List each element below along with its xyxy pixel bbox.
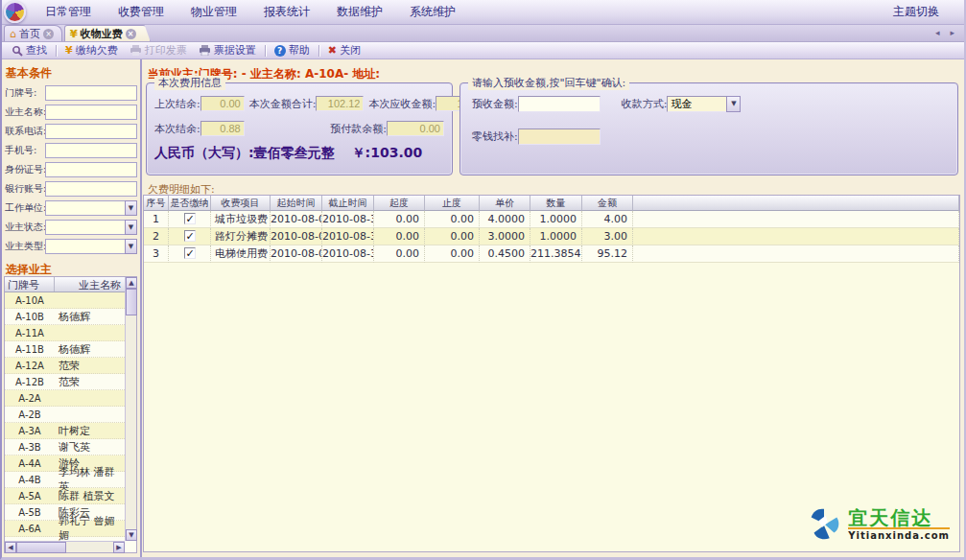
fee-info-title: 本次费用信息 [154, 76, 225, 90]
col-to[interactable]: 止度 [425, 196, 480, 211]
theme-switch-button[interactable]: 主题切换 [880, 0, 953, 24]
owner-row[interactable]: A-5A陈群 植景文 [5, 488, 125, 504]
paid-checkbox[interactable] [184, 247, 196, 259]
scroll-up-icon[interactable] [126, 277, 137, 289]
bank-account-label: 银行账号: [5, 182, 45, 196]
scroll-left-icon[interactable] [5, 542, 16, 553]
tab-home[interactable]: 首页 [4, 25, 62, 41]
app-logo-icon [4, 1, 26, 23]
owner-row[interactable]: A-12A范荣 [5, 358, 125, 374]
prev-balance-value [200, 96, 245, 111]
owner-row[interactable]: A-11B杨德辉 [5, 341, 125, 358]
chevron-down-icon[interactable] [125, 239, 137, 254]
scrollbar-track[interactable] [66, 542, 113, 552]
total-amount-value [316, 96, 364, 111]
pay-arrears-button[interactable]: 缴纳欠费 [59, 42, 124, 58]
basic-conditions-title: 基本条件 [6, 65, 137, 82]
id-card-input[interactable] [45, 162, 137, 177]
yen-icon [65, 44, 73, 57]
col-filler [633, 196, 959, 211]
horizontal-scroll-thumb[interactable] [16, 542, 66, 553]
detail-row[interactable]: 3 电梯使用费 2010-08-01 2010-08-31 0.00 0.00 … [144, 245, 959, 263]
column-header-door[interactable]: 门牌号 [5, 277, 55, 292]
column-header-name[interactable]: 业主名称 [55, 277, 125, 292]
change-input[interactable] [518, 128, 601, 145]
paid-checkbox[interactable] [184, 230, 196, 242]
chevron-down-icon[interactable] [125, 220, 137, 235]
door-number-input[interactable] [45, 85, 137, 101]
owner-row[interactable]: A-3A叶树定 [5, 423, 125, 439]
field-owner-type: 业主类型: [5, 239, 137, 254]
yen-icon [70, 28, 78, 40]
main-area: 当前业主:门牌号: - 业主名称: A-10A- 地址: 本次费用信息 上次结余… [142, 59, 964, 557]
owner-status-select[interactable] [45, 220, 125, 235]
owner-row[interactable]: A-12B范荣 [5, 374, 125, 390]
tab-billing-close-icon[interactable] [126, 29, 136, 39]
total-amount-label: 本次金额合计: [249, 97, 317, 111]
pinwheel-logo-icon [806, 506, 842, 543]
tab-scroll-right-icon[interactable] [950, 28, 958, 37]
close-icon [328, 44, 337, 57]
prepaid-balance-value [387, 121, 444, 136]
menu-daily-management[interactable]: 日常管理 [32, 0, 105, 24]
chevron-down-icon[interactable] [726, 96, 741, 112]
col-amount[interactable]: 金额 [582, 196, 633, 211]
close-button[interactable]: 关闭 [322, 42, 366, 58]
tab-billing[interactable]: 收物业费 [64, 25, 151, 41]
prepay-amount-input[interactable] [518, 96, 601, 112]
col-start[interactable]: 起始时间 [271, 196, 322, 211]
owner-row[interactable]: A-10A [5, 292, 125, 309]
find-button[interactable]: 查找 [6, 42, 53, 58]
menu-fee-management[interactable]: 收费管理 [105, 0, 177, 24]
owner-type-select[interactable] [45, 239, 125, 254]
scroll-down-icon[interactable] [126, 529, 137, 541]
owner-row[interactable]: A-2B [5, 407, 125, 423]
search-panel: 基本条件 门牌号: 业主名称: 联系电话: 手机号: 身份证号: 银行账号: 工… [2, 59, 142, 557]
field-id-card: 身份证号: [5, 162, 137, 177]
tab-billing-label: 收物业费 [81, 27, 123, 41]
menu-report-statistics[interactable]: 报表统计 [250, 0, 323, 24]
detail-row[interactable]: 1 城市垃圾费 2010-08-01 2010-08-31 0.00 0.00 … [144, 211, 959, 228]
paid-checkbox[interactable] [184, 213, 196, 224]
menu-bar: 日常管理 收费管理 物业管理 报表统计 数据维护 系统维护 主题切换 [2, 0, 964, 25]
vertical-scrollbar[interactable] [125, 277, 136, 541]
col-no[interactable]: 序号 [144, 196, 169, 211]
col-end[interactable]: 截止时间 [322, 196, 374, 211]
chevron-down-icon[interactable] [125, 200, 137, 216]
tab-scroll-left-icon[interactable] [935, 28, 944, 37]
help-button[interactable]: 帮助 [269, 42, 316, 58]
owner-row[interactable]: A-2A [5, 390, 125, 407]
receipt-settings-button[interactable]: 票据设置 [193, 42, 262, 58]
tab-home-close-icon[interactable] [43, 29, 54, 39]
col-qty[interactable]: 数量 [530, 196, 582, 211]
payment-method-select[interactable] [667, 96, 726, 112]
col-from[interactable]: 起度 [374, 196, 425, 211]
mobile-input[interactable] [45, 143, 137, 158]
col-item[interactable]: 收费项目 [211, 196, 271, 211]
bank-account-input[interactable] [45, 181, 137, 197]
owner-row[interactable]: A-3B谢飞英 [5, 439, 125, 455]
content-area: 基本条件 门牌号: 业主名称: 联系电话: 手机号: 身份证号: 银行账号: 工… [2, 59, 964, 557]
menu-data-maintenance[interactable]: 数据维护 [323, 0, 396, 24]
col-price[interactable]: 单价 [480, 196, 530, 211]
phone-input[interactable] [45, 124, 137, 139]
owner-name-input[interactable] [45, 105, 137, 120]
vendor-domain: Yitianxinda.com [848, 527, 950, 541]
prepay-amount-label: 预收金额: [472, 97, 518, 111]
horizontal-scrollbar[interactable] [5, 541, 125, 552]
scroll-right-icon[interactable] [113, 542, 125, 553]
menu-system-maintenance[interactable]: 系统维护 [396, 0, 469, 24]
owner-row[interactable]: A-4B李均林 潘群英 [5, 472, 125, 488]
owner-row[interactable]: A-11A [5, 325, 125, 341]
col-paid[interactable]: 是否缴纳 [169, 196, 211, 211]
field-work-unit: 工作单位: [5, 200, 137, 216]
rmb-amount-line: 人民币（大写）:壹佰零叁元整 ￥:103.00 [154, 145, 444, 162]
prepaid-balance-label: 预付款余额: [330, 122, 387, 136]
vertical-scroll-thumb[interactable] [126, 289, 137, 315]
owner-row[interactable]: A-10B杨德辉 [5, 309, 125, 325]
owner-row[interactable]: A-6A郭礼宁 曾媚媚 [5, 521, 125, 537]
menu-property-management[interactable]: 物业管理 [177, 0, 250, 24]
work-unit-select[interactable] [45, 200, 125, 216]
detail-row[interactable]: 2 路灯分摊费 2010-08-01 2010-08-31 0.00 0.00 … [144, 228, 959, 245]
tab-bar: 首页 收物业费 [2, 25, 964, 42]
